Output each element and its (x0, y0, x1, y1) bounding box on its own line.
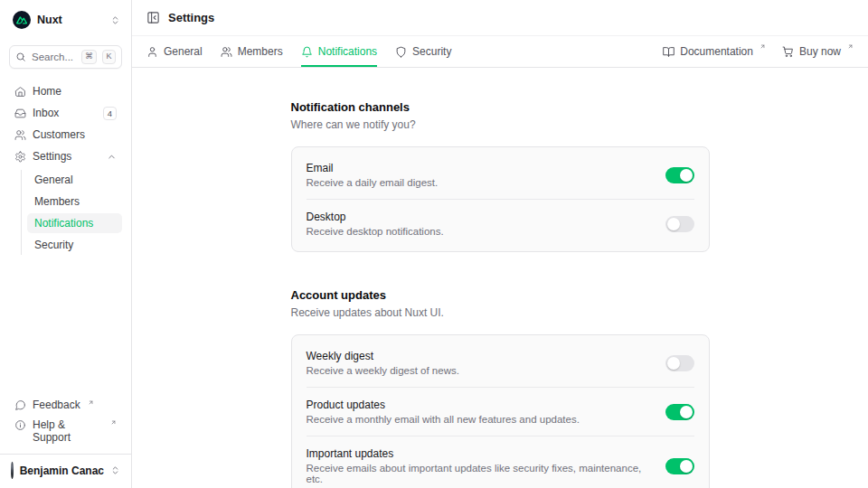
nuxt-logo-icon (13, 11, 31, 29)
setting-row-weekly-digest: Weekly digest Receive a weekly digest of… (292, 339, 709, 387)
sidebar-item-label: Customers (33, 128, 117, 141)
buy-now-link[interactable]: Buy now (782, 45, 854, 58)
content-area: Notification channels Where can we notif… (132, 68, 868, 488)
setting-description: Receive desktop notifications. (307, 226, 444, 237)
collapse-sidebar-button[interactable] (146, 11, 160, 24)
tab-label: Notifications (318, 45, 377, 58)
users-icon (221, 46, 232, 58)
search-input[interactable]: Search... ⌘ K (9, 45, 122, 69)
important-updates-toggle[interactable] (665, 458, 694, 474)
settings-card: Email Receive a daily email digest. Desk… (291, 146, 710, 252)
section-title: Account updates (291, 288, 710, 302)
sidebar-item-inbox[interactable]: Inbox 4 (9, 103, 122, 123)
weekly-digest-toggle[interactable] (665, 355, 694, 371)
external-link-icon (760, 43, 766, 50)
documentation-link[interactable]: Documentation (663, 45, 766, 58)
sidebar-item-label: Home (33, 85, 117, 98)
team-name: Nuxt (37, 14, 104, 26)
desktop-toggle[interactable] (665, 216, 694, 232)
settings-card: Weekly digest Receive a weekly digest of… (291, 334, 710, 488)
search-placeholder: Search... (32, 52, 76, 62)
users-icon (14, 129, 26, 141)
external-link-icon (110, 419, 117, 426)
chevrons-up-down-icon (110, 465, 120, 475)
setting-row-product-updates: Product updates Receive a monthly email … (292, 388, 709, 436)
main-panel: Settings General Members Notifications S… (132, 0, 868, 488)
header-links: Documentation Buy now (663, 45, 854, 58)
setting-row-email: Email Receive a daily email digest. (292, 151, 709, 199)
search-icon (15, 52, 26, 62)
feedback-link[interactable]: Feedback (9, 396, 122, 414)
tab-label: General (164, 45, 203, 58)
setting-description: Receive a monthly email with all new fea… (307, 414, 580, 425)
chevron-up-icon (107, 152, 117, 162)
tab-label: Security (412, 45, 451, 58)
panel-left-close-icon (146, 11, 160, 24)
section-title: Notification channels (291, 100, 710, 114)
shield-icon (395, 46, 407, 58)
shopping-cart-icon (782, 46, 794, 58)
sidebar-item-notifications[interactable]: Notifications (27, 213, 122, 233)
tab-general[interactable]: General (146, 36, 203, 67)
tab-label: Members (238, 45, 283, 58)
email-toggle[interactable] (665, 167, 694, 183)
book-open-icon (663, 46, 675, 58)
toolbar: General Members Notifications Security D… (132, 36, 868, 68)
sidebar-item-customers[interactable]: Customers (9, 125, 122, 145)
chevrons-up-down-icon (110, 15, 120, 25)
info-circle-icon (14, 419, 26, 431)
home-icon (14, 86, 26, 98)
setting-title: Important updates (307, 447, 651, 460)
sidebar-item-label: Settings (33, 150, 100, 163)
message-bubble-icon (14, 399, 26, 411)
sidebar-item-settings[interactable]: Settings (9, 146, 122, 166)
section-account-updates: Account updates Receive updates about Nu… (291, 288, 710, 488)
buy-now-label: Buy now (799, 45, 841, 58)
tab-bar: General Members Notifications Security (146, 36, 451, 67)
setting-title: Email (307, 162, 439, 174)
sidebar-spacer (9, 255, 122, 396)
section-notification-channels: Notification channels Where can we notif… (291, 100, 710, 252)
gear-icon (14, 151, 26, 163)
sidebar-item-home[interactable]: Home (9, 81, 122, 101)
setting-title: Weekly digest (307, 350, 459, 362)
sidebar-item-security[interactable]: Security (27, 235, 122, 255)
setting-description: Receive emails about important updates l… (307, 463, 651, 484)
team-switcher[interactable]: Nuxt (9, 9, 122, 31)
setting-row-desktop: Desktop Receive desktop notifications. (292, 200, 709, 248)
sidebar-footer: Feedback Help & Support (9, 396, 122, 454)
external-link-icon (847, 43, 854, 50)
setting-description: Receive a weekly digest of news. (307, 365, 459, 376)
help-support-link[interactable]: Help & Support (9, 416, 122, 446)
sidebar: Nuxt Search... ⌘ K Home Inbox 4 Customer… (0, 0, 132, 488)
bell-icon (301, 46, 313, 58)
user-name: Benjamin Canac (20, 465, 104, 477)
user-menu[interactable]: Benjamin Canac (0, 454, 131, 481)
kbd-k: K (102, 50, 116, 64)
user-icon (146, 46, 158, 58)
tab-members[interactable]: Members (221, 36, 283, 67)
inbox-count-badge: 4 (103, 107, 117, 120)
product-updates-toggle[interactable] (665, 404, 694, 420)
sidebar-item-members[interactable]: Members (27, 192, 122, 211)
settings-subnav: General Members Notifications Security (21, 170, 122, 255)
setting-row-important-updates: Important updates Receive emails about i… (292, 436, 709, 488)
sidebar-item-label: Inbox (33, 107, 97, 119)
help-support-label: Help & Support (33, 418, 103, 444)
tab-security[interactable]: Security (395, 36, 451, 67)
tab-notifications[interactable]: Notifications (301, 36, 377, 67)
kbd-meta: ⌘ (81, 50, 97, 64)
inbox-icon (14, 108, 26, 119)
page-header: Settings (132, 0, 868, 36)
avatar (11, 462, 14, 479)
documentation-label: Documentation (680, 45, 753, 58)
setting-title: Desktop (307, 211, 444, 223)
sidebar-nav: Home Inbox 4 Customers Settings General … (9, 81, 122, 255)
feedback-label: Feedback (33, 399, 80, 411)
setting-title: Product updates (307, 399, 580, 411)
section-subtitle: Where can we notify you? (291, 118, 710, 131)
setting-description: Receive a daily email digest. (307, 177, 439, 188)
external-link-icon (88, 399, 94, 406)
sidebar-item-general[interactable]: General (27, 170, 122, 190)
section-subtitle: Receive updates about Nuxt UI. (291, 306, 710, 319)
